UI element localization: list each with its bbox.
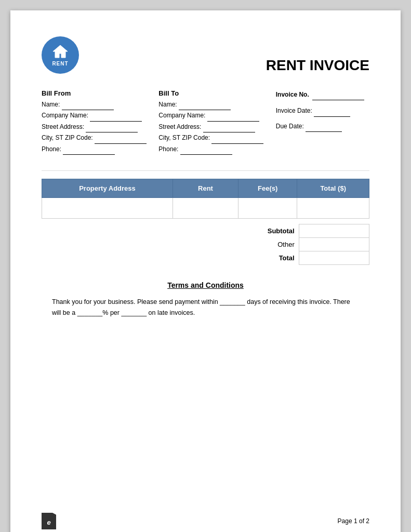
- totals-table: Subtotal Other Total: [255, 224, 369, 265]
- row-total[interactable]: [297, 197, 369, 218]
- bill-to-city: City, ST ZIP Code:: [158, 132, 275, 143]
- divider: [42, 170, 369, 171]
- logo-label: RENT: [52, 61, 68, 66]
- logo-house-icon: [52, 44, 69, 61]
- terms-title: Terms and Conditions: [167, 281, 244, 289]
- invoice-info-col: Invoice No. Invoice Date: Due Date:: [276, 89, 369, 155]
- bill-to-company-value[interactable]: [207, 110, 259, 121]
- row-fees[interactable]: [238, 197, 297, 218]
- invoice-date-value[interactable]: [314, 105, 350, 116]
- invoice-title: RENT INVOICE: [266, 57, 369, 74]
- due-date-row: Due Date:: [276, 121, 369, 132]
- col-fees: Fee(s): [238, 179, 297, 197]
- bill-to-label: Bill To: [158, 89, 275, 97]
- bill-from-col: Bill From Name: Company Name: Street Add…: [42, 89, 158, 155]
- bill-from-label: Bill From: [42, 89, 158, 97]
- bill-from-name: Name:: [42, 99, 158, 110]
- footer-doc-icon: e: [42, 513, 56, 529]
- bill-to-name: Name:: [158, 99, 275, 110]
- bill-to-street-value[interactable]: [203, 122, 255, 132]
- bill-to-city-value[interactable]: [211, 132, 263, 143]
- table-row: [42, 197, 369, 218]
- bill-from-city: City, ST ZIP Code:: [42, 132, 158, 143]
- total-row: Total: [255, 251, 369, 264]
- col-rent: Rent: [173, 179, 238, 197]
- terms-body: Thank you for your business. Please send…: [52, 297, 359, 319]
- bill-from-phone: Phone:: [42, 144, 158, 155]
- bill-to-col: Bill To Name: Company Name: Street Addre…: [158, 89, 275, 155]
- bill-section: Bill From Name: Company Name: Street Add…: [42, 89, 369, 155]
- invoice-no-row: Invoice No.: [276, 89, 369, 100]
- due-date-value[interactable]: [306, 121, 342, 132]
- logo: RENT: [42, 36, 79, 74]
- page-footer: e Page 1 of 2: [42, 513, 369, 529]
- svg-marker-0: [53, 45, 68, 58]
- bill-from-name-value[interactable]: [62, 99, 114, 110]
- other-row: Other: [255, 237, 369, 251]
- other-label: Other: [255, 237, 299, 251]
- invoice-date-row: Invoice Date:: [276, 105, 369, 116]
- bill-to-phone: Phone:: [158, 144, 275, 155]
- totals-section: Subtotal Other Total: [42, 224, 369, 265]
- row-address[interactable]: [42, 197, 173, 218]
- bill-from-street-value[interactable]: [86, 122, 138, 132]
- bill-from-company: Company Name:: [42, 110, 158, 121]
- invoice-no-value[interactable]: [312, 89, 364, 100]
- bill-from-company-value[interactable]: [90, 110, 142, 121]
- bill-from-phone-value[interactable]: [63, 144, 115, 155]
- invoice-table: Property Address Rent Fee(s) Total ($): [42, 179, 369, 219]
- subtotal-row: Subtotal: [255, 224, 369, 237]
- col-property-address: Property Address: [42, 179, 173, 197]
- bill-to-phone-value[interactable]: [180, 144, 232, 155]
- bill-to-street: Street Address:: [158, 122, 275, 132]
- header: RENT RENT INVOICE: [42, 36, 369, 74]
- page-number: Page 1 of 2: [338, 517, 369, 525]
- footer-icon-letter: e: [47, 518, 50, 526]
- bill-from-street: Street Address:: [42, 122, 158, 132]
- total-label: Total: [255, 251, 299, 264]
- col-total: Total ($): [297, 179, 369, 197]
- total-value[interactable]: [299, 251, 369, 264]
- bill-to-name-value[interactable]: [179, 99, 231, 110]
- other-value[interactable]: [299, 237, 369, 251]
- bill-from-city-value[interactable]: [95, 132, 147, 143]
- bill-to-company: Company Name:: [158, 110, 275, 121]
- subtotal-value[interactable]: [299, 224, 369, 237]
- subtotal-label: Subtotal: [255, 224, 299, 237]
- row-rent[interactable]: [173, 197, 238, 218]
- terms-section: Terms and Conditions Thank you for your …: [42, 281, 369, 319]
- invoice-page: RENT RENT INVOICE Bill From Name: Compan…: [10, 10, 401, 532]
